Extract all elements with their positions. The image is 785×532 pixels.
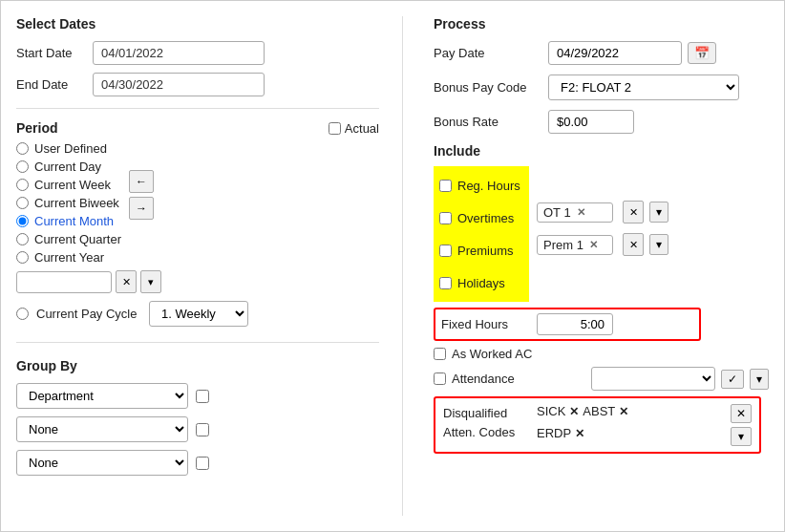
premiums-checkbox[interactable] [439,245,452,257]
group-checkbox-2[interactable] [196,423,209,436]
group-select-3[interactable]: None Department [16,450,188,476]
radio-current-day[interactable]: Current Day [16,160,121,174]
prem1-dropdown-button[interactable]: ▾ [649,234,668,255]
prem1-remove-button[interactable]: ✕ [589,239,598,251]
quarter-dropdown-button[interactable]: ▾ [140,270,161,293]
disq-erdp-remove[interactable]: ✕ [575,427,584,440]
group-checkbox-3[interactable] [196,457,209,470]
disq-sick-remove[interactable]: ✕ [569,405,579,418]
vertical-divider [402,16,403,516]
radio-user-defined[interactable]: User Defined [16,141,121,156]
attendance-dropdown-button[interactable]: ▾ [750,369,769,390]
bonus-pay-code-select[interactable]: F2: FLOAT 2 [548,74,739,100]
start-date-input[interactable] [93,41,265,65]
radio-current-week-label: Current Week [34,178,111,192]
ot1-dropdown-button[interactable]: ▾ [649,202,668,223]
radio-current-month[interactable]: Current Month [16,214,121,228]
ot1-remove-button[interactable]: ✕ [577,206,585,219]
disq-tag-abst: ABST ✕ [583,404,628,418]
radio-current-year[interactable]: Current Year [16,250,121,265]
radio-current-day-input[interactable] [16,160,29,173]
attendance-check-button[interactable]: ✓ [721,370,744,389]
pay-cycle-select[interactable]: 1. Weekly 2. Biweekly 3. Monthly [149,301,248,327]
disqualified-box: DisqualifiedAtten. Codes SICK ✕ ABST ✕ E… [434,396,761,454]
pay-date-row: Pay Date 📅 [434,41,769,65]
holidays-checkbox[interactable] [439,277,452,289]
reg-hours-right [537,166,769,193]
include-grid: Reg. Hours Overtimes Premiums Holidays [434,166,769,302]
include-overtimes: Overtimes [439,204,523,231]
start-date-label: Start Date [16,46,93,60]
radio-current-biweek[interactable]: Current Biweek [16,196,121,210]
radio-current-year-input[interactable] [16,251,29,264]
attendance-label: Attendance [452,372,515,386]
actual-row: Actual [329,121,379,136]
quarter-x-button[interactable]: ✕ [116,270,137,293]
radio-current-biweek-input[interactable] [16,197,29,209]
group-by-title: Group By [16,358,379,373]
include-section: Include Reg. Hours Overtimes Premiums [434,143,769,302]
radio-current-week[interactable]: Current Week [16,178,121,192]
pay-date-input[interactable] [548,41,682,65]
disq-dropdown-button[interactable]: ▾ [731,427,752,446]
start-date-row: Start Date [16,41,379,65]
disq-abst-remove[interactable]: ✕ [619,405,628,418]
group-select-1[interactable]: Department None [16,383,188,409]
ot1-x-button[interactable]: ✕ [623,201,644,223]
reg-hours-checkbox[interactable] [439,180,452,192]
end-date-label: End Date [16,77,93,92]
actual-checkbox[interactable] [329,122,341,135]
as-worked-row: As Worked AC [434,347,769,361]
process-title: Process [434,16,769,32]
select-dates-title: Select Dates [16,16,379,32]
radio-current-biweek-label: Current Biweek [34,196,119,210]
bonus-rate-label: Bonus Rate [434,115,548,129]
group-row-1: Department None [16,383,379,409]
disq-tags: SICK ✕ ABST ✕ ERDP ✕ [537,404,723,440]
radio-current-day-label: Current Day [34,160,101,174]
group-row-2: None Department [16,416,379,442]
attendance-select[interactable] [591,367,715,391]
fixed-hours-input[interactable] [537,313,613,335]
disq-right-buttons: ✕ ▾ [731,404,752,446]
overtimes-right: OT 1 ✕ ✕ ▾ [537,199,769,225]
include-right-column: OT 1 ✕ ✕ ▾ Prem 1 ✕ ✕ ▾ [537,166,769,290]
fixed-hours-label: Fixed Hours [441,317,537,331]
radio-user-defined-label: User Defined [34,141,107,156]
premiums-label: Premiums [457,244,514,258]
left-panel: Select Dates Start Date End Date Period … [16,16,379,516]
end-date-input[interactable] [93,73,265,96]
overtimes-checkbox[interactable] [439,212,452,224]
arrow-left-button[interactable]: ← [129,170,154,193]
arrow-right-button[interactable]: → [129,197,154,220]
radio-current-month-label: Current Month [34,214,114,228]
disq-erdp-label: ERDP [537,426,571,440]
as-worked-checkbox[interactable] [434,348,446,360]
as-worked-label: As Worked AC [452,347,532,361]
group-select-2[interactable]: None Department [16,416,188,442]
radio-current-quarter[interactable]: Current Quarter [16,232,121,246]
bonus-rate-input[interactable] [548,110,634,134]
overtimes-label: Overtimes [457,211,514,225]
attendance-row: Attendance ✓ ▾ [434,367,769,391]
radio-current-quarter-input[interactable] [16,233,29,245]
prem1-x-button[interactable]: ✕ [623,233,644,256]
bonus-rate-row: Bonus Rate [434,110,769,134]
radio-current-month-input[interactable] [16,215,29,227]
quarter-input[interactable] [16,271,112,293]
include-reg-hours: Reg. Hours [439,172,523,199]
radio-user-defined-input[interactable] [16,142,29,155]
right-panel: Process Pay Date 📅 Bonus Pay Code F2: FL… [426,16,769,516]
group-checkbox-1[interactable] [196,390,209,403]
include-holidays: Holidays [439,269,523,296]
calendar-button[interactable]: 📅 [688,42,716,64]
premiums-right: Prem 1 ✕ ✕ ▾ [537,231,769,258]
disq-x-button[interactable]: ✕ [731,404,752,423]
attendance-checkbox[interactable] [434,372,446,385]
include-premiums: Premiums [439,237,523,264]
fixed-hours-row: Fixed Hours [434,308,701,341]
radio-current-week-input[interactable] [16,179,29,191]
period-title: Period [16,120,58,136]
radio-pay-cycle-input[interactable] [16,308,29,320]
pay-cycle-row: Current Pay Cycle 1. Weekly 2. Biweekly … [16,301,379,327]
